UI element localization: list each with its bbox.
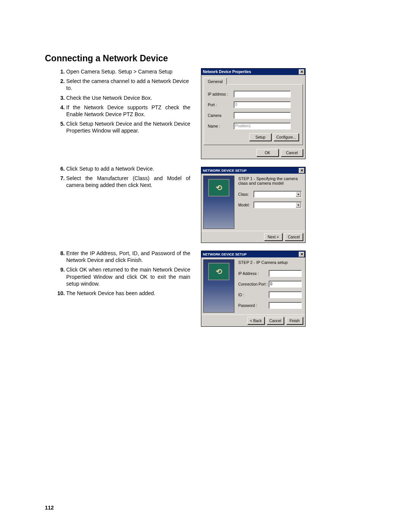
step-1: Open Camera Setup. Setup > Camera Setup [66, 68, 190, 75]
step-heading: STEP 1 - Specifying the camera class and… [238, 176, 302, 185]
name-label: Name : [208, 124, 234, 128]
ip-address-label: IP Address : [238, 272, 269, 276]
step-8: Enter the IP Address, Port, ID, and Pass… [66, 250, 190, 264]
cancel-button[interactable]: Cancel [267, 317, 284, 324]
connection-port-input[interactable]: 0 [269, 281, 302, 288]
step-heading: STEP 2 - IP Camera setup [238, 260, 302, 265]
name-input[interactable]: Position1 [234, 123, 291, 129]
page-title: Connecting a Network Device [45, 53, 366, 64]
cancel-button[interactable]: Cancel [281, 149, 303, 157]
ip-address-input[interactable] [269, 270, 302, 277]
camera-label: Camera [208, 113, 234, 118]
password-input[interactable] [269, 302, 302, 309]
dialog-title: Network Device Properties [203, 70, 251, 74]
close-icon[interactable]: ✕ [299, 69, 304, 75]
ip-address-input[interactable] [234, 91, 291, 97]
ok-button[interactable]: OK [256, 149, 279, 157]
camera-icon: ⟲ [208, 263, 229, 280]
network-device-setup-step1-dialog: NETWORK DEVICE SETUP ✕ ⟲ STEP 1 - Specif… [201, 167, 306, 243]
page-number: 112 [45, 505, 54, 511]
password-label: Password : [238, 304, 269, 308]
finish-button[interactable]: Finish [286, 317, 303, 324]
step-7: Select the Manufacturer (Class) and Mode… [66, 175, 190, 189]
network-device-setup-step2-dialog: NETWORK DEVICE SETUP ✕ ⟲ STEP 2 - IP Cam… [201, 251, 306, 327]
step-3: Check the Use Network Device Box. [66, 94, 190, 101]
step-6: Click Setup to add a Network Device. [66, 165, 190, 172]
model-combo[interactable]: ▾ [253, 201, 302, 208]
close-icon[interactable]: ✕ [299, 168, 304, 173]
step-4: If the Network Device supports PTZ check… [66, 104, 190, 118]
setup-button[interactable]: Setup [249, 133, 271, 141]
chevron-down-icon[interactable]: ▾ [296, 192, 301, 197]
dialog-title: NETWORK DEVICE SETUP [203, 169, 247, 173]
camera-input[interactable] [234, 112, 291, 119]
port-input[interactable]: 0 [234, 101, 291, 108]
close-icon[interactable]: ✕ [299, 252, 304, 257]
step-5: Click Setup Network Device and the Netwo… [66, 120, 190, 134]
model-label: Model: [238, 203, 253, 207]
ip-address-label: IP address : [208, 92, 234, 96]
id-label: ID : [238, 293, 269, 297]
camera-icon: ⟲ [208, 179, 229, 197]
step-10: The Network Device has been added. [66, 290, 190, 297]
port-label: Port : [208, 103, 234, 107]
id-input[interactable] [269, 291, 302, 298]
connection-port-label: Connection Port : [238, 282, 269, 286]
back-button[interactable]: < Back [247, 317, 264, 324]
class-label: Class: [238, 192, 253, 197]
next-button[interactable]: Next > [264, 233, 282, 241]
tab-general[interactable]: General [204, 78, 227, 85]
wizard-image: ⟲ [203, 176, 234, 229]
step-9: Click OK when returned to the main Netwo… [66, 266, 190, 287]
step-2: Select the camera channel to add a Netwo… [66, 78, 190, 91]
wizard-image: ⟲ [203, 259, 234, 313]
configure-button[interactable]: Configure... [274, 133, 299, 141]
network-device-properties-dialog: Network Device Properties ✕ General IP a… [201, 68, 306, 159]
cancel-button[interactable]: Cancel [285, 233, 303, 241]
dialog-title: NETWORK DEVICE SETUP [203, 252, 247, 256]
chevron-down-icon[interactable]: ▾ [296, 202, 301, 208]
class-combo[interactable]: ▾ [253, 191, 302, 198]
